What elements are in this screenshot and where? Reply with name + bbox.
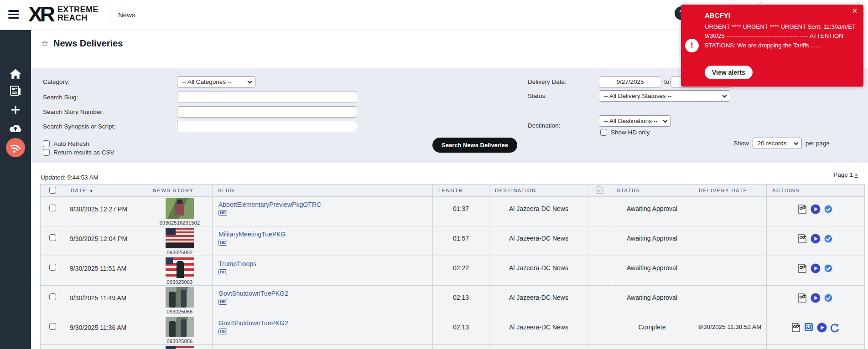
cloud-upload-icon[interactable] [0, 123, 31, 135]
story-thumbnail[interactable] [166, 287, 194, 308]
script-icon[interactable] [798, 204, 808, 214]
status-select[interactable]: -- All Delivery Statuses -- [599, 90, 730, 102]
play-icon[interactable] [811, 234, 821, 244]
story-thumbnail[interactable] [166, 317, 194, 337]
row-destination: Al Jazeera-DC News [489, 197, 588, 226]
category-select[interactable]: -- All Categories -- [177, 76, 255, 87]
news-deliveries-page: XR EXTREME REACH News ? ✕ ! ABCFYI URGEN… [0, 0, 868, 349]
approve-icon[interactable] [823, 263, 833, 273]
col-delivery-date[interactable]: DELIVERY DATE [693, 185, 767, 197]
row-actions [767, 286, 865, 315]
row-checkbox[interactable] [49, 293, 56, 300]
slug-link[interactable]: MilitaryMeetingTuePKG [218, 231, 286, 238]
story-number: 093025063 [148, 279, 212, 285]
slug-link[interactable]: GovtShutdownTuePKG2 [218, 290, 288, 297]
row-status: Awaiting Approval [611, 286, 693, 315]
table-row: 9/30/2025 11:35 AM HegsethTroops HD 01:3… [41, 345, 865, 349]
script-icon[interactable] [798, 234, 808, 244]
slug-link[interactable]: TrumpTroops [218, 260, 256, 267]
col-destination[interactable]: DESTINATION [489, 185, 588, 197]
page-label: Page 1 [833, 171, 853, 178]
col-length[interactable]: LENGTH [433, 185, 489, 197]
story-thumbnail[interactable] [166, 228, 194, 248]
csv-checkbox[interactable] [43, 149, 50, 156]
show-hd-row: Show HD only [600, 129, 650, 136]
delivery-date-from-input[interactable] [599, 76, 661, 87]
extreme-reach-logo[interactable]: XR EXTREME REACH [28, 4, 99, 25]
col-news-story[interactable]: NEWS STORY [147, 185, 213, 197]
slug-link[interactable]: AbbottElementaryPreviewPkgOTRC [218, 201, 321, 208]
download-icon[interactable] [804, 323, 814, 333]
row-slug-cell: GovtShutdownTuePKG2 HD [213, 315, 433, 345]
search-news-deliveries-button[interactable]: Search News Deliveries [432, 138, 517, 153]
story-thumbnail[interactable] [166, 198, 194, 219]
select-all-checkbox[interactable] [49, 187, 56, 194]
records-per-page-select[interactable]: 20 records [753, 138, 802, 149]
row-checkbox[interactable] [49, 323, 56, 330]
row-news-story: 093025056 [147, 315, 213, 345]
play-icon[interactable] [811, 263, 821, 273]
to-label: to [664, 78, 669, 85]
slug-link[interactable]: GovtShutdownTuePKG2 [218, 319, 288, 327]
close-icon[interactable]: ✕ [852, 7, 858, 14]
row-destination: Al Jazeera-DC News [489, 226, 588, 256]
row-actions [767, 226, 865, 256]
approve-icon[interactable] [823, 293, 833, 303]
approve-icon[interactable] [823, 204, 833, 214]
row-date: 9/30/2025 12:04 PM [65, 226, 147, 256]
script-column-icon [588, 185, 611, 197]
col-actions: ACTIONS [767, 185, 865, 197]
xr-logomark: XR [28, 4, 53, 25]
row-news-story: 093025063 [147, 256, 213, 286]
search-slug-input[interactable] [177, 92, 357, 103]
home-icon[interactable] [0, 68, 31, 81]
play-icon[interactable] [811, 293, 821, 303]
story-thumbnail[interactable] [166, 257, 194, 278]
row-actions [767, 197, 865, 226]
row-length: 02:13 [433, 315, 489, 345]
search-synopsis-input[interactable] [177, 121, 357, 132]
favorite-star-icon[interactable]: ☆ [41, 38, 49, 49]
rss-icon[interactable] [6, 138, 25, 157]
destination-select[interactable]: -- All Destinations -- [599, 115, 671, 127]
deliveries-table: DATE▼ NEWS STORY SLUG LENGTH DESTINATION… [40, 184, 865, 349]
redeliver-icon[interactable] [830, 323, 840, 333]
script-icon[interactable] [798, 263, 808, 273]
next-page-link[interactable]: > [854, 171, 858, 178]
row-checkbox[interactable] [49, 264, 56, 271]
delivery-date-label: Delivery Date: [528, 78, 567, 85]
row-news-story: 093025052 [147, 226, 213, 256]
play-icon[interactable] [817, 323, 827, 333]
script-icon[interactable] [798, 293, 808, 303]
row-delivery-date: 9/30/2025 11:38:52 AM [693, 315, 767, 345]
hamburger-menu-icon[interactable] [8, 10, 19, 19]
hd-badge: HD [218, 328, 227, 334]
row-checkbox[interactable] [49, 234, 56, 241]
row-length: 01:57 [433, 226, 489, 256]
col-date[interactable]: DATE▼ [65, 185, 147, 197]
row-length: 01:32 [433, 345, 489, 349]
newspaper-icon[interactable] [0, 86, 31, 98]
row-script-cell [588, 197, 611, 226]
col-slug[interactable]: SLUG [213, 185, 433, 197]
row-slug-cell: HegsethTroops HD [213, 345, 433, 349]
exclamation-icon: ! [685, 39, 699, 52]
row-destination: Al Jazeera-DC News [489, 256, 588, 286]
story-number: 093025052 [148, 250, 212, 255]
play-icon[interactable] [811, 204, 821, 214]
search-story-number-input[interactable] [177, 106, 357, 118]
row-length: 02:13 [433, 286, 489, 315]
approve-icon[interactable] [823, 234, 833, 244]
row-checkbox[interactable] [49, 205, 56, 211]
script-icon[interactable] [791, 323, 801, 333]
brand-line2: REACH [57, 14, 99, 22]
view-alerts-button[interactable]: View alerts [705, 66, 753, 79]
show-hd-checkbox[interactable] [600, 129, 607, 136]
row-destination: Al Jazeera-DC News [489, 315, 588, 345]
auto-refresh-checkbox[interactable] [43, 140, 50, 147]
plus-icon[interactable] [0, 104, 31, 117]
chevron-down-icon [722, 93, 727, 98]
story-thumbnail[interactable] [166, 346, 194, 349]
pagination: Page 1> [833, 171, 858, 178]
col-status[interactable]: STATUS [611, 185, 693, 197]
